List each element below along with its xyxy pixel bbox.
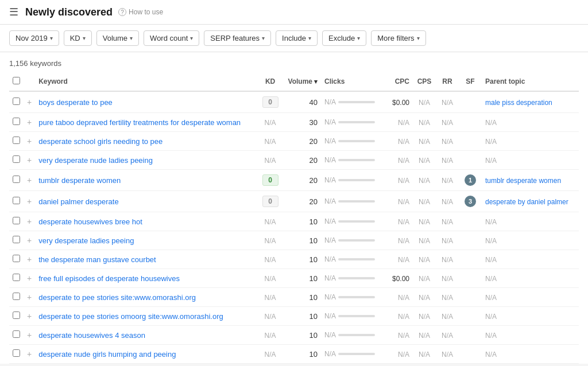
- rr-value-8: N/A: [442, 256, 453, 264]
- volume-value-6: 10: [310, 217, 318, 226]
- add-keyword-btn-4[interactable]: +: [27, 176, 32, 185]
- volume-value-0: 40: [310, 98, 318, 107]
- cps-value-11: N/A: [419, 313, 430, 321]
- cpc-value-3: N/A: [398, 157, 409, 165]
- table-row: +pure taboo depraved fertility treatment…: [9, 113, 579, 132]
- select-all-checkbox[interactable]: [13, 77, 20, 84]
- row-checkbox-12[interactable]: [13, 330, 20, 338]
- row-checkbox-0[interactable]: [13, 98, 20, 105]
- row-checkbox-7[interactable]: [13, 236, 20, 243]
- row-checkbox-10[interactable]: [13, 293, 20, 300]
- parent-topic-link-0[interactable]: male piss desperation: [485, 99, 552, 107]
- filter-arrow-more-filters: ▾: [417, 35, 420, 41]
- clicks-bar-4: [338, 179, 375, 181]
- keyword-link-5[interactable]: daniel palmer desperate: [38, 197, 118, 206]
- parent-topic-value-7: N/A: [485, 237, 497, 245]
- filter-kd[interactable]: KD▾: [64, 30, 92, 46]
- clicks-bar-7: [338, 239, 375, 242]
- keyword-header: Keyword: [35, 72, 256, 91]
- keyword-link-12[interactable]: desperate housewives 4 season: [38, 331, 145, 340]
- clicks-value-6: N/A: [324, 217, 336, 225]
- rr-header: RR: [436, 72, 459, 91]
- clicks-value-11: N/A: [324, 312, 336, 320]
- keyword-link-0[interactable]: boys desperate to pee: [38, 98, 113, 107]
- content: 1,156 keywords Keyword KD Volume▾ Clicks…: [0, 52, 588, 364]
- filter-serp-features[interactable]: SERP features▾: [204, 30, 271, 46]
- kd-value-8: N/A: [265, 256, 276, 264]
- add-keyword-btn-6[interactable]: +: [27, 217, 32, 226]
- add-keyword-btn-5[interactable]: +: [27, 197, 32, 206]
- how-to-use[interactable]: ? How to use: [118, 8, 163, 16]
- cps-value-10: N/A: [419, 294, 430, 302]
- add-keyword-btn-12[interactable]: +: [27, 330, 32, 340]
- row-checkbox-1[interactable]: [13, 118, 20, 125]
- kd-badge-4: 0: [262, 174, 278, 186]
- add-keyword-btn-9[interactable]: +: [27, 274, 32, 283]
- parent-topic-value-13: N/A: [485, 351, 497, 359]
- keyword-link-7[interactable]: very desperate ladies peeing: [38, 236, 134, 245]
- row-checkbox-2[interactable]: [13, 137, 20, 144]
- add-keyword-btn-7[interactable]: +: [27, 236, 32, 245]
- row-checkbox-8[interactable]: [13, 255, 20, 262]
- keyword-link-13[interactable]: desperate nude girls humping and peeing: [38, 350, 176, 359]
- keyword-link-1[interactable]: pure taboo depraved fertility treatments…: [38, 118, 241, 127]
- add-keyword-btn-13[interactable]: +: [27, 349, 32, 359]
- add-keyword-btn-0[interactable]: +: [27, 98, 32, 107]
- filter-volume[interactable]: Volume▾: [96, 30, 139, 46]
- filter-more-filters[interactable]: More filters▾: [371, 30, 425, 46]
- clicks-value-9: N/A: [324, 274, 336, 282]
- keyword-link-2[interactable]: desperate school girls needing to pee: [38, 137, 163, 146]
- filter-label-word-count: Word count: [150, 34, 188, 42]
- parent-topic-link-5[interactable]: desperate by daniel palmer: [485, 198, 568, 206]
- filter-include[interactable]: Include▾: [276, 30, 318, 46]
- keyword-link-3[interactable]: very desperate nude ladies peeing: [38, 156, 153, 165]
- add-keyword-btn-2[interactable]: +: [27, 137, 32, 146]
- filter-label-volume: Volume: [103, 34, 127, 42]
- row-checkbox-3[interactable]: [13, 155, 20, 163]
- keyword-link-8[interactable]: the desperate man gustave courbet: [38, 255, 156, 264]
- cpc-value-11: N/A: [398, 313, 409, 321]
- keyword-link-4[interactable]: tumblr desperate women: [38, 176, 121, 185]
- volume-value-2: 20: [310, 137, 318, 146]
- table-row: +daniel palmer desperate020N/AN/AN/AN/A3…: [9, 191, 579, 212]
- clicks-bar-11: [338, 315, 375, 317]
- volume-value-11: 10: [310, 312, 318, 321]
- parent-topic-header: Parent topic: [482, 72, 579, 91]
- add-keyword-btn-11[interactable]: +: [27, 312, 32, 321]
- row-checkbox-11[interactable]: [13, 312, 20, 319]
- keyword-link-10[interactable]: desperate to pee stories site:www.omoras…: [38, 293, 196, 302]
- filter-exclude[interactable]: Exclude▾: [322, 30, 366, 46]
- row-checkbox-6[interactable]: [13, 217, 20, 224]
- cps-value-1: N/A: [419, 119, 430, 127]
- clicks-value-1: N/A: [324, 118, 336, 126]
- row-checkbox-5[interactable]: [13, 197, 20, 204]
- menu-icon[interactable]: ☰: [9, 6, 18, 18]
- add-keyword-btn-8[interactable]: +: [27, 255, 32, 264]
- row-checkbox-9[interactable]: [13, 274, 20, 281]
- table-row: +desperate housewives 4 seasonN/A10N/AN/…: [9, 326, 579, 345]
- volume-header[interactable]: Volume▾: [285, 72, 321, 91]
- rr-value-10: N/A: [442, 294, 453, 302]
- clicks-value-13: N/A: [324, 350, 336, 358]
- add-keyword-btn-10[interactable]: +: [27, 293, 32, 302]
- clicks-bar-2: [338, 140, 375, 142]
- filter-arrow-kd: ▾: [83, 35, 86, 41]
- row-checkbox-4[interactable]: [13, 176, 20, 183]
- filter-arrow-include: ▾: [308, 35, 311, 41]
- table-row: +desperate to pee stories omoorg site:ww…: [9, 307, 579, 326]
- rr-value-4: N/A: [442, 177, 453, 185]
- page-title: Newly discovered: [25, 6, 113, 18]
- add-keyword-btn-1[interactable]: +: [27, 118, 32, 127]
- filter-word-count[interactable]: Word count▾: [144, 30, 199, 46]
- keyword-link-11[interactable]: desperate to pee stories omoorg site:www…: [38, 312, 223, 321]
- kd-header: KD: [256, 72, 285, 91]
- filter-date[interactable]: Nov 2019▾: [9, 30, 59, 46]
- keyword-link-6[interactable]: desperate housewives bree hot: [38, 217, 142, 226]
- cps-value-13: N/A: [419, 351, 430, 359]
- row-checkbox-13[interactable]: [13, 349, 20, 357]
- keyword-link-9[interactable]: free full episodes of desperate housewiv…: [38, 274, 180, 283]
- clicks-bar-6: [338, 220, 375, 223]
- table-row: +desperate school girls needing to peeN/…: [9, 132, 579, 151]
- parent-topic-link-4[interactable]: tumblr desperate women: [485, 177, 561, 185]
- add-keyword-btn-3[interactable]: +: [27, 155, 32, 165]
